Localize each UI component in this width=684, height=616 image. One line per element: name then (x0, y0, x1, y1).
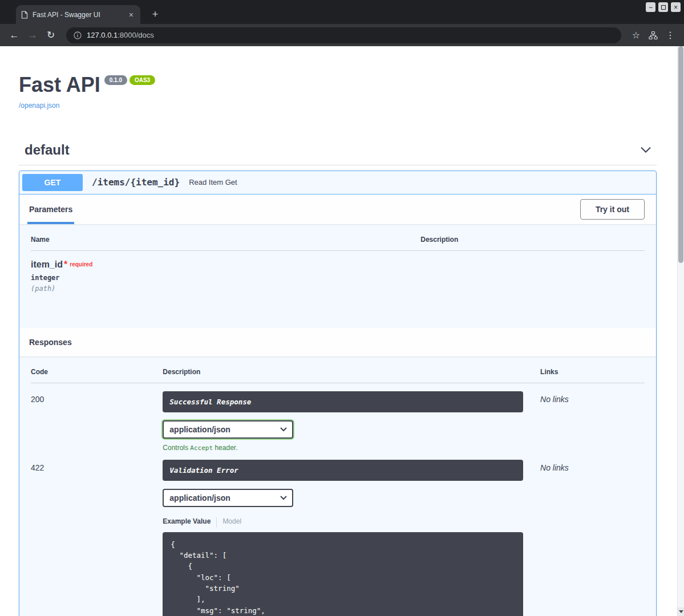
required-star-icon: * (64, 260, 67, 269)
controls-prefix: Controls (163, 444, 190, 452)
media-type-select[interactable]: application/json (163, 420, 293, 439)
window-controls: − × (646, 2, 681, 12)
url-text: 127.0.0.1:8000/docs (87, 31, 154, 39)
back-button[interactable]: ← (6, 27, 23, 44)
api-info: Fast API0.1.0OAS3 /openapi.json (19, 74, 657, 110)
forward-button[interactable]: → (24, 27, 41, 44)
hierarchy-icon (649, 31, 658, 40)
required-label: required (70, 261, 92, 268)
example-model-tabs: Example Value Model (163, 517, 540, 528)
controls-suffix: header. (213, 444, 237, 452)
minimize-button[interactable]: − (646, 2, 655, 12)
media-type-select[interactable]: application/json (163, 489, 293, 507)
maximize-icon (661, 5, 666, 10)
parameter-info: item_id*required integer (path) (31, 260, 420, 293)
address-bar[interactable]: 127.0.0.1:8000/docs (66, 27, 621, 43)
parameter-description-cell (420, 260, 645, 293)
scrollbar-thumb[interactable] (678, 46, 683, 263)
page-scrollbar[interactable] (677, 46, 684, 616)
parameters-section-header: Parameters Try it out (19, 194, 656, 224)
url-path: :8000/docs (118, 31, 154, 39)
controls-accept-note: Controls Accept header. (163, 444, 540, 452)
tab-close-icon[interactable]: × (127, 10, 135, 19)
tab-groups-icon[interactable] (645, 27, 661, 43)
browser-tab[interactable]: Fast API - Swagger UI × (16, 5, 140, 24)
response-code: 200 (31, 391, 163, 452)
chevron-down-icon[interactable] (641, 147, 651, 153)
response-links: No links (540, 460, 645, 616)
responses-title: Responses (27, 328, 72, 356)
browser-menu-icon[interactable]: ⋮ (662, 27, 678, 43)
parameter-name: item_id*required (31, 260, 420, 270)
reload-button[interactable]: ↻ (42, 27, 59, 44)
site-info-icon[interactable] (74, 31, 82, 39)
version-badge: 0.1.0 (104, 75, 127, 85)
tag-title: default (25, 142, 70, 158)
page-content: Fast API0.1.0OAS3 /openapi.json default … (0, 46, 684, 616)
parameter-type: integer (31, 274, 420, 282)
responses-table: Code Description Links 200 Successful Re… (19, 356, 656, 616)
url-host: 127.0.0.1 (87, 31, 118, 39)
operation-block-get: GET /items/{item_id} Read Item Get Param… (19, 171, 657, 616)
code-header: Code (31, 368, 163, 376)
parameter-row: item_id*required integer (path) (31, 251, 645, 328)
http-method-badge: GET (22, 174, 83, 191)
media-type-control: application/json (163, 420, 293, 439)
api-title: Fast API (19, 73, 100, 96)
scroll-down-arrow-icon (679, 610, 683, 613)
tab-title: Fast API - Swagger UI (33, 11, 123, 19)
controls-code: Accept (190, 444, 213, 452)
try-it-out-button[interactable]: Try it out (580, 199, 645, 220)
response-description-cell: Successful Response application/json Con… (163, 391, 540, 452)
operation-path: /items/{item_id} (88, 177, 183, 188)
param-description-header: Description (420, 236, 645, 244)
tag-section-header[interactable]: default (19, 136, 657, 165)
description-header: Description (163, 368, 540, 376)
close-button[interactable]: × (671, 2, 681, 12)
maximize-button[interactable] (658, 2, 668, 12)
response-row-422: 422 Validation Error application/json Ex… (31, 452, 645, 616)
media-type-control: application/json (163, 489, 293, 507)
openapi-spec-link[interactable]: /openapi.json (19, 102, 59, 110)
page-icon (21, 11, 28, 19)
param-name-header: Name (31, 236, 420, 244)
response-code: 422 (31, 460, 163, 616)
example-json-block: { "detail": [ { "loc": [ "string" ], "ms… (163, 532, 523, 616)
parameters-table-head: Name Description (31, 236, 645, 251)
browser-toolbar: ← → ↻ 127.0.0.1:8000/docs ☆ ⋮ (0, 24, 684, 46)
operation-summary[interactable]: GET /items/{item_id} Read Item Get (19, 171, 656, 194)
new-tab-button[interactable]: + (148, 7, 162, 21)
window-titlebar: Fast API - Swagger UI × + − × (0, 0, 684, 24)
response-description: Successful Response (163, 391, 523, 412)
operation-summary-text: Read Item Get (189, 178, 237, 187)
oas3-badge: OAS3 (129, 75, 155, 85)
response-description: Validation Error (163, 460, 523, 481)
response-links: No links (540, 391, 645, 452)
api-badges: 0.1.0OAS3 (104, 75, 155, 85)
responses-section-header: Responses (19, 328, 656, 356)
response-row-200: 200 Successful Response application/json… (31, 383, 645, 452)
scroll-down-button[interactable] (678, 607, 684, 616)
tab-parameters[interactable]: Parameters (27, 194, 74, 224)
links-header: Links (540, 368, 645, 376)
parameters-table: Name Description item_id*required intege… (19, 224, 656, 328)
browser-window: Fast API - Swagger UI × + − × ← → ↻ 127.… (0, 0, 684, 616)
bookmark-star-icon[interactable]: ☆ (628, 27, 644, 43)
parameter-location: (path) (31, 285, 420, 293)
parameters-tab-label: Parameters (29, 205, 72, 214)
swagger-ui: Fast API0.1.0OAS3 /openapi.json default … (0, 46, 684, 616)
tab-example-value[interactable]: Example Value (163, 517, 216, 528)
tab-model[interactable]: Model (216, 517, 247, 528)
parameter-name-text: item_id (31, 260, 63, 269)
responses-table-head: Code Description Links (31, 368, 645, 383)
response-description-cell: Validation Error application/json Exampl… (163, 460, 540, 616)
